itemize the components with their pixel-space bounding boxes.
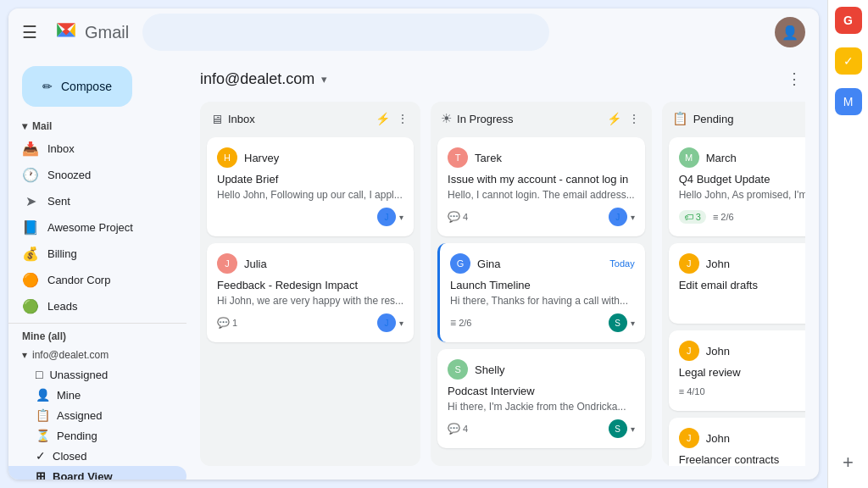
gina-preview: Hi there, Thanks for having a call with.… bbox=[450, 295, 635, 307]
gina-badge: ≡ 2/6 bbox=[450, 317, 471, 329]
info-email-label[interactable]: ▾ info@dealet.com bbox=[8, 346, 186, 364]
march-avatar: M bbox=[679, 147, 699, 168]
harvey-subject: Update Brief bbox=[217, 173, 403, 186]
closed-icon: ✓ bbox=[36, 449, 46, 463]
tarek-name: Tarek bbox=[475, 152, 502, 164]
john-edit-avatar: J bbox=[679, 253, 699, 274]
col-header-inbox: 🖥 Inbox ⚡ ⋮ bbox=[200, 102, 420, 134]
sidebar-item-candor-corp[interactable]: 🟠 Candor Corp bbox=[8, 267, 186, 293]
in-progress-flash-btn[interactable]: ⚡ bbox=[605, 110, 623, 127]
tarek-assignee-chevron: ▾ bbox=[631, 213, 635, 222]
john-edit-sender: J John bbox=[679, 253, 805, 274]
card-shelly[interactable]: S Shelly Podcast Interview Hi there, I'm… bbox=[437, 349, 645, 448]
gina-assignee-chevron: ▾ bbox=[631, 319, 635, 328]
julia-assignee: J ▾ bbox=[377, 313, 403, 332]
mail-section-label: ▾ Mail bbox=[8, 117, 186, 136]
col-header-in-progress: ☀ In Progress ⚡ ⋮ bbox=[431, 102, 652, 134]
sub-item-board-view[interactable]: ⊞ Board View bbox=[8, 466, 186, 480]
julia-avatar: J bbox=[217, 253, 237, 274]
tasks-icon[interactable]: ✓ bbox=[835, 47, 862, 75]
shelly-preview: Hi there, I'm Jackie from the Ondricka..… bbox=[448, 401, 635, 413]
gina-list-icon: ≡ bbox=[450, 317, 456, 329]
john-freelancer-name: John bbox=[706, 432, 730, 445]
right-panel: G ✓ M + bbox=[827, 0, 868, 488]
tarek-assignee: J ▾ bbox=[609, 208, 635, 226]
sidebar-item-inbox[interactable]: 📥 Inbox bbox=[8, 136, 186, 162]
mine-icon: 👤 bbox=[36, 388, 50, 402]
search-input[interactable] bbox=[142, 14, 549, 51]
card-john-edit[interactable]: J John Edit email drafts J ▾ bbox=[669, 243, 805, 324]
harvey-name: Harvey bbox=[244, 152, 279, 164]
pending-col-title: Pending bbox=[693, 113, 805, 125]
inbox-cards: H Harvey Update Brief Hello John, Follow… bbox=[200, 134, 420, 349]
tarek-footer: 💬 4 J ▾ bbox=[448, 208, 635, 226]
card-tarek[interactable]: T Tarek Issue with my account - cannot l… bbox=[437, 137, 645, 236]
sent-icon: ➤ bbox=[22, 193, 39, 209]
user-avatar[interactable]: 👤 bbox=[775, 17, 805, 47]
col-header-pending: 📋 Pending ⚡ ⋮ bbox=[662, 102, 805, 134]
card-harvey[interactable]: H Harvey Update Brief Hello John, Follow… bbox=[207, 137, 414, 236]
tarek-sender: T Tarek bbox=[448, 147, 635, 168]
julia-subject: Feedback - Redesign Impact bbox=[217, 279, 403, 291]
gina-footer: ≡ 2/6 S ▾ bbox=[450, 313, 635, 332]
gsuite-icon[interactable]: G bbox=[835, 7, 862, 34]
julia-assignee-avatar: J bbox=[377, 313, 396, 332]
shelly-name: Shelly bbox=[475, 363, 504, 376]
card-john-freelancer[interactable]: J John Freelancer contracts ≡ 2/4 J bbox=[669, 418, 805, 466]
john-legal-avatar: J bbox=[679, 341, 699, 361]
tarek-subject: Issue with my account - cannot log in bbox=[448, 173, 635, 186]
john-edit-footer: J ▾ bbox=[679, 295, 805, 313]
sub-item-unassigned[interactable]: □ Unassigned bbox=[8, 364, 186, 385]
sub-item-assigned[interactable]: 📋 Assigned bbox=[8, 405, 186, 425]
meet-icon[interactable]: M bbox=[835, 88, 862, 115]
shelly-subject: Podcast Interview bbox=[448, 385, 635, 397]
inbox-col-title: Inbox bbox=[228, 113, 369, 125]
march-footer: 🏷 3 ≡ 2/6 P ▾ bbox=[679, 208, 805, 226]
card-march[interactable]: M March Q4 Budget Update Hello John, As … bbox=[669, 137, 805, 236]
board-actions: ⋮ bbox=[783, 66, 805, 92]
sidebar-item-billing[interactable]: 💰 Billing bbox=[8, 241, 186, 267]
snoozed-icon: 🕐 bbox=[22, 167, 39, 183]
sidebar-item-awesome-project[interactable]: 📘 Awesome Project bbox=[8, 214, 186, 241]
column-pending: 📋 Pending ⚡ ⋮ M March bbox=[662, 102, 805, 466]
john-legal-subject: Legal review bbox=[679, 366, 805, 379]
inbox-flash-btn[interactable]: ⚡ bbox=[374, 110, 392, 127]
awesome-project-icon: 📘 bbox=[22, 219, 39, 236]
email-chevron-icon[interactable]: ▾ bbox=[321, 73, 327, 86]
sub-item-pending[interactable]: ⏳ Pending bbox=[8, 425, 186, 446]
card-john-legal[interactable]: J John Legal review ≡ 4/10 J ▾ bbox=[669, 330, 805, 411]
march-tag-badge: 🏷 3 bbox=[679, 210, 706, 224]
sub-item-mine[interactable]: 👤 Mine bbox=[8, 385, 186, 405]
add-app-button[interactable]: + bbox=[833, 447, 864, 478]
julia-chat-icon: 💬 bbox=[217, 317, 230, 329]
menu-button[interactable]: ☰ bbox=[22, 22, 37, 42]
john-legal-name: John bbox=[706, 345, 730, 358]
in-progress-more-btn[interactable]: ⋮ bbox=[626, 110, 642, 127]
in-progress-col-title: In Progress bbox=[457, 113, 600, 125]
harvey-avatar: H bbox=[217, 147, 237, 168]
column-inbox: 🖥 Inbox ⚡ ⋮ H Harvey bbox=[200, 102, 420, 466]
harvey-assignee-avatar: J bbox=[377, 208, 396, 226]
john-edit-name: John bbox=[706, 258, 730, 270]
sidebar-item-snoozed[interactable]: 🕐 Snoozed bbox=[8, 162, 186, 188]
sub-item-closed[interactable]: ✓ Closed bbox=[8, 446, 186, 466]
sidebar-item-sent[interactable]: ➤ Sent bbox=[8, 188, 186, 214]
gina-sender: G Gina Today bbox=[450, 253, 635, 274]
sidebar-item-leads[interactable]: 🟢 Leads bbox=[8, 293, 186, 319]
card-gina[interactable]: G Gina Today Launch Timeline Hi there, T… bbox=[437, 243, 645, 342]
compose-button[interactable]: ✏ Compose bbox=[22, 66, 132, 107]
john-edit-subject: Edit email drafts bbox=[679, 279, 805, 291]
shelly-sender: S Shelly bbox=[448, 359, 635, 380]
gina-date-badge: Today bbox=[609, 258, 634, 269]
card-julia[interactable]: J Julia Feedback - Redesign Impact Hi Jo… bbox=[207, 243, 414, 342]
inbox-more-btn[interactable]: ⋮ bbox=[395, 110, 410, 127]
shelly-footer: 💬 4 S ▾ bbox=[448, 419, 635, 438]
john-freelancer-subject: Freelancer contracts bbox=[679, 453, 805, 466]
sidebar: ✏ Compose ▾ Mail 📥 Inbox 🕐 Snoozed ➤ Sen… bbox=[8, 56, 186, 480]
compose-icon: ✏ bbox=[42, 80, 53, 93]
tarek-preview: Hello, I cannot login. The email address… bbox=[448, 189, 635, 201]
more-options-button[interactable]: ⋮ bbox=[783, 66, 805, 92]
board-email: info@dealet.com bbox=[200, 70, 314, 88]
harvey-footer: J ▾ bbox=[217, 208, 403, 226]
march-preview: Hello John, As promised, I'm sending y..… bbox=[679, 189, 805, 201]
